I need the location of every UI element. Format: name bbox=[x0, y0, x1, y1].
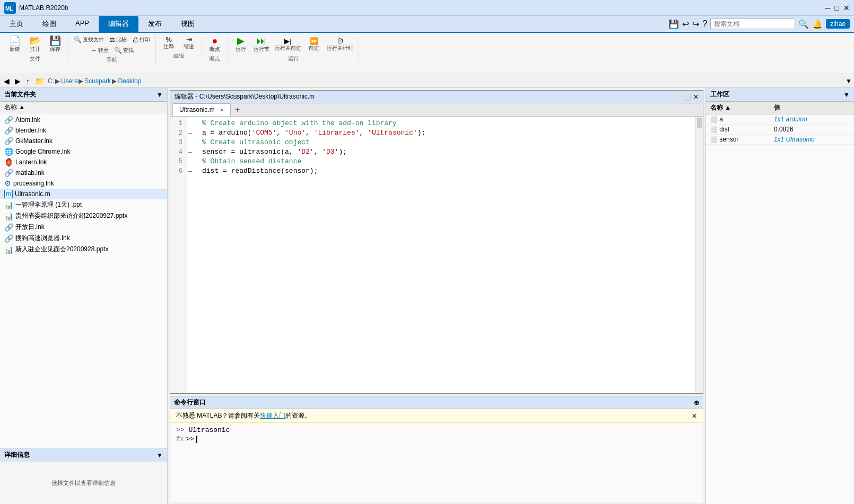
file-icon-lnk: 🔗 bbox=[4, 234, 13, 243]
line-num-4: 4 bbox=[170, 147, 185, 157]
list-item[interactable]: 🔗 blender.lnk bbox=[0, 125, 167, 136]
maximize-btn[interactable]: □ bbox=[835, 4, 839, 12]
line-num-1: 1 bbox=[170, 119, 185, 128]
list-item[interactable]: 🔗 开放日.lnk bbox=[0, 222, 167, 233]
line-numbers: 1 2 3 4 5 6 bbox=[170, 117, 187, 393]
save-toolbar-icon: 💾 bbox=[49, 36, 61, 46]
bc-users[interactable]: Users bbox=[61, 77, 77, 85]
editor-tab-close-btn[interactable]: ✕ bbox=[220, 107, 224, 113]
tab-app[interactable]: APP bbox=[66, 16, 99, 32]
editor-content[interactable]: 1 2 3 4 5 6 – – – % Cre bbox=[170, 117, 703, 393]
code-line-4: sensor = ultrasonic(a, 'D2', 'D3'); bbox=[202, 147, 691, 157]
find-file-button[interactable]: 🔍 查找文件 bbox=[72, 35, 106, 45]
code-area[interactable]: % Create arduino object with the add-on … bbox=[198, 117, 695, 393]
run-section-button[interactable]: ⏭ 运行节 bbox=[251, 35, 272, 54]
ws-icon-dist: ⬜ bbox=[710, 126, 718, 132]
bc-browse-btn[interactable]: 📁 bbox=[33, 76, 46, 86]
user-badge[interactable]: zihao bbox=[826, 19, 850, 29]
open-button[interactable]: 📂 打开 bbox=[25, 35, 45, 54]
list-item[interactable]: 🔗 matlab.lnk bbox=[0, 167, 167, 178]
editor-maximize-btn[interactable]: ⬜ bbox=[683, 93, 691, 101]
command-expand-btn[interactable]: ⊕ bbox=[694, 399, 699, 406]
file-panel-toggle[interactable]: ▼ bbox=[156, 91, 163, 99]
toolbar-group-breakpoint: ● 断点 断点 bbox=[202, 34, 228, 64]
bc-expand-btn[interactable]: ▼ bbox=[846, 77, 852, 85]
redo-icon[interactable]: ↪ bbox=[692, 19, 699, 29]
list-item[interactable]: 📊 新入驻企业见面会20200928.pptx bbox=[0, 244, 167, 255]
find-file-icon: 🔍 bbox=[74, 36, 82, 43]
print-button[interactable]: 🖨 打印 bbox=[130, 35, 152, 45]
indent-button[interactable]: ⇥ 缩进 bbox=[179, 35, 198, 51]
run-advance-button[interactable]: ▶| 运行并前进 bbox=[273, 37, 303, 53]
list-item[interactable]: 🌐 Google Chrome.lnk bbox=[0, 146, 167, 157]
editor-scroll-indicator[interactable] bbox=[697, 118, 702, 128]
list-item[interactable]: m Ultrasonic.m bbox=[0, 189, 167, 199]
search-btn[interactable]: 🔍 bbox=[798, 19, 809, 29]
notify-icon[interactable]: 🔔 bbox=[812, 19, 823, 29]
file-list: 🔗 Atom.lnk 🔗 blender.lnk 🔗 GkMaster.lnk … bbox=[0, 113, 167, 448]
list-item[interactable]: 🔗 Atom.lnk bbox=[0, 114, 167, 125]
list-item[interactable]: 🏮 Lantern.lnk bbox=[0, 157, 167, 167]
breakpoint-button[interactable]: ● 断点 bbox=[205, 35, 224, 54]
list-item[interactable]: 📊 一管理学原理 (1天) .ppt bbox=[0, 199, 167, 210]
ws-var-dist: dist bbox=[719, 126, 729, 133]
ws-col-value[interactable]: 值 bbox=[770, 102, 854, 114]
workspace-toggle[interactable]: ▼ bbox=[843, 91, 850, 99]
ws-row-dist[interactable]: ⬜ dist 0.0826 bbox=[706, 125, 854, 135]
notice-link[interactable]: 快速入门 bbox=[260, 411, 285, 420]
comment-button[interactable]: % 注释 bbox=[159, 35, 178, 51]
cursor-blink bbox=[196, 436, 197, 443]
details-toggle[interactable]: ▼ bbox=[156, 452, 163, 459]
undo-icon[interactable]: ↩ bbox=[682, 19, 689, 29]
bc-back-btn[interactable]: ◀ bbox=[2, 76, 11, 86]
m-file-icon: m bbox=[4, 190, 13, 198]
run-button[interactable]: ▶ 运行 bbox=[231, 35, 250, 54]
search-input[interactable] bbox=[710, 19, 795, 29]
list-item[interactable]: 📊 贵州省委组织部来访介绍20200927.pptx bbox=[0, 210, 167, 222]
toolbar-group-run: ▶ 运行 ⏭ 运行节 ▶| 运行并前进 ⏩ 前进 ⏱ 运行并计时 运行 bbox=[228, 34, 359, 64]
tab-editor[interactable]: 编辑器 bbox=[99, 16, 138, 32]
close-btn[interactable]: ✕ bbox=[843, 4, 850, 12]
minimize-btn[interactable]: ─ bbox=[825, 4, 831, 12]
help-icon[interactable]: ? bbox=[702, 19, 707, 29]
bc-forward-btn[interactable]: ▶ bbox=[13, 76, 22, 86]
tab-home[interactable]: 主页 bbox=[0, 16, 33, 32]
bc-up-btn[interactable]: ↑ bbox=[24, 76, 31, 86]
tab-view[interactable]: 视图 bbox=[171, 16, 204, 32]
list-item[interactable]: 🔗 搜狗高速浏览器.lnk bbox=[0, 233, 167, 244]
tab-publish[interactable]: 发布 bbox=[138, 16, 171, 32]
toolbar-group-file: 📄 新建 📂 打开 💾 保存 文件 bbox=[2, 34, 68, 64]
advance-button[interactable]: ⏩ 前进 bbox=[304, 37, 324, 53]
toolbar-group-nav: 🔍 查找文件 ⚖ 比较 🖨 打印 → 转至 🔍 查找 导航 bbox=[68, 34, 156, 65]
save-icon[interactable]: 💾 bbox=[668, 19, 679, 29]
list-item[interactable]: ⚙ processing.lnk bbox=[0, 178, 167, 189]
notice-close-btn[interactable]: ✕ bbox=[692, 412, 697, 420]
matlab-logo: ML bbox=[4, 2, 16, 14]
tab-plot[interactable]: 绘图 bbox=[33, 16, 66, 32]
ws-row-sensor[interactable]: ⬜ sensor 1x1 Ultrasonic bbox=[706, 135, 854, 145]
file-col-name[interactable]: 名称 ▲ bbox=[4, 103, 25, 112]
editor-tab-ultrasonic[interactable]: Ultrasonic.m ✕ bbox=[172, 103, 231, 116]
ws-col-name[interactable]: 名称 ▲ bbox=[706, 102, 770, 114]
bc-drive[interactable]: C: bbox=[48, 77, 54, 85]
editor-add-tab-btn[interactable]: + bbox=[232, 104, 243, 116]
list-item[interactable]: 🔗 GkMaster.lnk bbox=[0, 136, 167, 146]
compare-button[interactable]: ⚖ 比较 bbox=[107, 35, 129, 45]
left-panel: 当前文件夹 ▼ 名称 ▲ 🔗 Atom.lnk 🔗 blender.lnk 🔗 … bbox=[0, 88, 168, 504]
find-toolbar-button[interactable]: 🔍 查找 bbox=[112, 46, 136, 55]
edit-group-label: 编辑 bbox=[173, 52, 184, 60]
dash-2: – bbox=[188, 128, 197, 138]
goto-button[interactable]: → 转至 bbox=[89, 46, 111, 55]
ws-row-a[interactable]: ⬜ a 1x1 arduino bbox=[706, 114, 854, 125]
command-content[interactable]: >> Ultrasonic fx >> bbox=[170, 423, 703, 502]
compare-icon: ⚖ bbox=[109, 36, 115, 43]
dash-markers: – – – bbox=[187, 117, 198, 393]
editor-close-btn[interactable]: ✕ bbox=[693, 93, 699, 101]
workspace-title: 工作区 bbox=[710, 90, 729, 99]
save-toolbar-button[interactable]: 💾 保存 bbox=[46, 35, 65, 54]
bc-desktop[interactable]: Desktop bbox=[118, 77, 141, 85]
bc-scuspark[interactable]: Scuspark bbox=[84, 77, 111, 85]
new-button[interactable]: 📄 新建 bbox=[5, 35, 24, 54]
run-time-icon: ⏱ bbox=[337, 38, 344, 45]
run-time-button[interactable]: ⏱ 运行并计时 bbox=[325, 37, 355, 53]
